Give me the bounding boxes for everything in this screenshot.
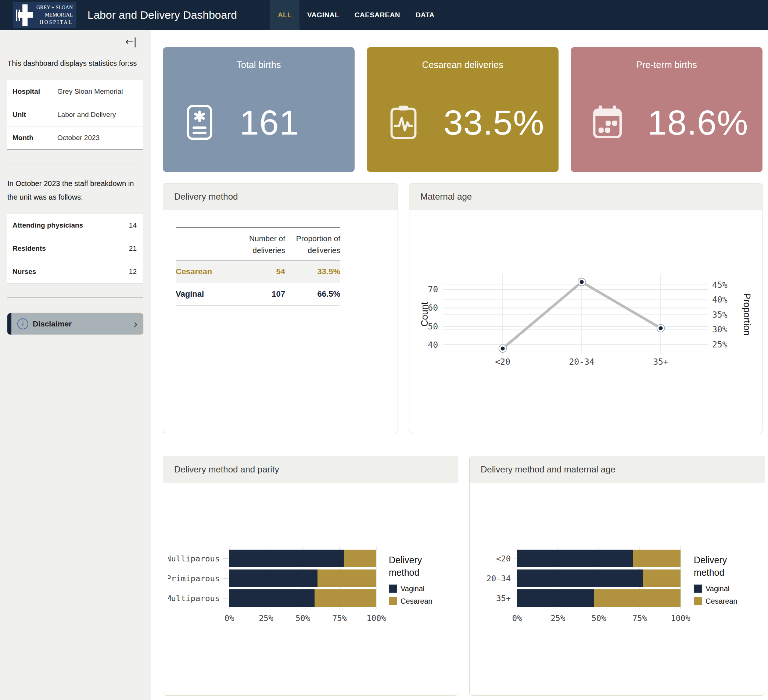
svg-text:70: 70 [428,285,438,294]
tab-all[interactable]: ALL [270,0,299,30]
svg-text:Proportion: Proportion [742,293,752,335]
main-content: Total births 161 Cesarean deliveries [150,30,768,700]
svg-text:45%: 45% [712,280,728,290]
svg-text:50%: 50% [296,614,310,623]
table-row-vaginal: Vaginal 107 66.5% [176,283,340,305]
info-icon: i [17,319,28,329]
info-row-month: Month October 2023 [7,126,143,149]
svg-text:Delivery: Delivery [389,555,422,565]
main-nav: ALL VAGINAL CAESAREAN DATA [270,0,442,30]
svg-text:20-34: 20-34 [569,357,594,367]
svg-text:35%: 35% [712,310,728,319]
disclaimer-label: Disclaimer [33,319,72,328]
age-bars-panel: Delivery method and maternal age <2020-3… [469,456,765,695]
svg-text:35+: 35+ [496,594,511,603]
dashboard-info-table: Hospital Grey Sloan Memorial Unit Labor … [7,80,143,150]
hospital-cross-icon [16,3,35,27]
page-title: Labor and Delivery Dashboard [88,9,237,21]
kpi-title: Total births [163,59,355,70]
kpi-value: 33.5% [443,103,544,143]
kpi-card-cesarean: Cesarean deliveries 33.5% [367,47,558,172]
maternal-age-panel: Maternal age 40506070Count25%30%35%40%45… [409,183,763,433]
sidebar-intro-text: This dashboard displays statistics for:s… [7,57,143,70]
delivery-table-header: Number of deliveries Proportion of deliv… [176,228,340,261]
svg-text:75%: 75% [632,614,647,623]
svg-text:Vaginal: Vaginal [706,585,730,593]
svg-text:Multiparous: Multiparous [168,594,220,603]
svg-text:0%: 0% [512,614,522,623]
svg-text:Count: Count [419,302,430,327]
calendar-icon [590,106,625,139]
svg-text:0%: 0% [224,614,234,623]
kpi-value: 161 [240,103,299,143]
tab-data[interactable]: DATA [408,0,442,30]
kpi-card-preterm: Pre-term births 18.6% [571,47,763,172]
tab-vaginal[interactable]: VAGINAL [299,0,347,30]
svg-text:100%: 100% [671,614,690,623]
svg-text:Vaginal: Vaginal [400,585,424,593]
disclaimer-button[interactable]: i Disclaimer › [7,313,143,335]
delivery-method-panel: Delivery method Number of deliveries Pro… [163,183,398,433]
parity-stacked-bar-chart: NulliparousPrimiparousMultiparous0%25%50… [168,546,456,634]
svg-text:Primiparous: Primiparous [168,574,220,583]
hospital-logo-text: GREY + SLOAN MEMORIAL HOSPITAL [36,4,73,26]
clipboard-pulse-icon [386,105,421,140]
sidebar: ←| This dashboard displays statistics fo… [0,30,150,700]
svg-text:25%: 25% [550,614,565,623]
kpi-card-total-births: Total births 161 [163,47,355,172]
table-row-cesarean: Cesarean 54 33.5% [176,261,340,283]
delivery-method-table: Number of deliveries Proportion of deliv… [176,227,340,306]
kpi-value: 18.6% [648,103,748,143]
staff-row-nurses: Nurses 12 [7,260,143,283]
parity-panel: Delivery method and parity NulliparousPr… [163,456,458,695]
hospital-logo: GREY + SLOAN MEMORIAL HOSPITAL [13,2,77,28]
sidebar-divider [7,164,143,164]
svg-text:25%: 25% [259,614,274,623]
svg-text:Cesarean: Cesarean [706,597,738,605]
sidebar-collapse-icon[interactable]: ←| [125,36,137,47]
svg-text:40: 40 [428,340,438,350]
kpi-title: Pre-term births [571,59,763,70]
info-row-hospital: Hospital Grey Sloan Memorial [7,80,143,103]
staff-row-attending: Attending physicians 14 [7,214,143,237]
age-stacked-bar-chart: <2020-3435+0%25%50%75%100%Deliverymethod… [474,546,764,634]
panel-title: Delivery method [163,183,398,210]
svg-text:75%: 75% [332,614,347,623]
app-header: GREY + SLOAN MEMORIAL HOSPITAL Labor and… [0,0,768,30]
svg-text:35+: 35+ [653,357,669,367]
kpi-title: Cesarean deliveries [367,59,558,70]
panel-title: Delivery method and parity [163,456,458,483]
panel-title: Delivery method and maternal age [470,456,765,483]
info-row-unit: Unit Labor and Delivery [7,103,143,126]
staff-row-residents: Residents 21 [7,237,143,260]
staff-table: Attending physicians 14 Residents 21 Nur… [7,214,143,284]
svg-text:100%: 100% [367,614,386,623]
svg-text:40%: 40% [712,295,728,304]
svg-text:20-34: 20-34 [486,574,511,583]
svg-text:<20: <20 [496,554,511,563]
birth-record-icon [182,105,217,140]
svg-text:30%: 30% [712,325,728,334]
panel-title: Maternal age [410,183,762,210]
svg-text:50%: 50% [592,614,606,623]
svg-text:Cesarean: Cesarean [400,597,432,605]
svg-text:25%: 25% [712,340,728,349]
svg-text:method: method [694,567,724,578]
svg-text:Nulliparous: Nulliparous [168,554,220,563]
svg-text:Delivery: Delivery [694,555,727,565]
tab-caesarean[interactable]: CAESAREAN [347,0,408,30]
staff-intro-text: In October 2023 the staff breakdown in t… [7,177,143,204]
maternal-age-line-chart: 40506070Count25%30%35%40%45%Proportion<2… [419,272,752,370]
svg-text:<20: <20 [495,357,510,367]
svg-text:method: method [389,567,419,578]
